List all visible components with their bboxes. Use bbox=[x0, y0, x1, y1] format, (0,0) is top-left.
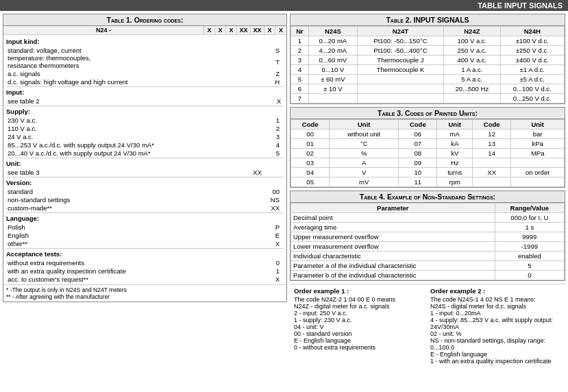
t3h-unit1: Unit bbox=[330, 120, 399, 130]
list-item: 1 - with an extra quality inspection cer… bbox=[430, 358, 561, 365]
ex2-lines: N24S - digital meter for d.c. signals1 -… bbox=[430, 303, 561, 365]
table-cell: Lower measurement overflow bbox=[291, 242, 495, 252]
table-row: 70...250 V d.c. bbox=[291, 94, 565, 103]
table-row: 05mV11rpm bbox=[291, 177, 565, 187]
row-customer-request: acc. to customer's request** X bbox=[6, 275, 284, 283]
table4-body: Decimal point000,0 for I, UAveraging tim… bbox=[291, 213, 565, 280]
table3-header-row: Code Unit Code Unit Code Unit bbox=[291, 120, 565, 130]
ordering-header-row: N24 - X X X XX XX X X bbox=[3, 26, 286, 35]
row-230v: 230 V a.c. 1 bbox=[6, 116, 284, 124]
table-cell: 400 V a.c. bbox=[444, 56, 500, 65]
t4h-range: Range/Value bbox=[495, 204, 564, 213]
section-input: Input: bbox=[6, 88, 284, 96]
page-title: TABLE INPUT SIGNALS bbox=[0, 0, 568, 11]
table-cell bbox=[472, 158, 510, 168]
table-cell: kPa bbox=[511, 139, 565, 149]
table-cell: 14 bbox=[472, 149, 510, 158]
table-cell: 05 bbox=[291, 177, 330, 187]
table-cell: Averaging time bbox=[291, 223, 495, 232]
t2h-n24t: N24T bbox=[357, 27, 443, 36]
table-row: 04V10turnsXXon order bbox=[291, 168, 565, 177]
order-examples: Order example 1 : The code N24Z-2 1 04 0… bbox=[290, 284, 565, 367]
table-cell: 100 V a.c. bbox=[444, 36, 500, 46]
header-xx2: XX bbox=[251, 26, 264, 34]
row-polish: Polish P bbox=[6, 223, 284, 231]
row-dc: d.c. signals: high voltage and high curr… bbox=[6, 77, 284, 86]
table-cell: turns bbox=[437, 168, 473, 177]
header-xx1: XX bbox=[237, 26, 251, 34]
ex1-lines: N24Z - digital meter for a.c. signals2 -… bbox=[294, 303, 425, 351]
table-cell: ±400 V d.c. bbox=[500, 56, 564, 65]
table-cell bbox=[357, 94, 443, 103]
table-cell: Pt100: -50...400°C bbox=[357, 46, 443, 56]
table-cell: Decimal point bbox=[291, 213, 495, 223]
header-x5: X bbox=[275, 26, 286, 34]
table-cell: XX bbox=[472, 168, 510, 177]
table-cell: °C bbox=[330, 139, 399, 149]
row-85v: 85...253 V a.c./d.c. with supply output … bbox=[6, 140, 284, 149]
list-item: N24Z - digital meter for a.c. signals bbox=[294, 303, 425, 310]
table-cell bbox=[511, 158, 565, 168]
t2h-n24s: N24S bbox=[309, 27, 358, 36]
row-other-lang: other** X bbox=[6, 239, 284, 247]
table-cell: ±5 A d.c. bbox=[500, 75, 564, 84]
table-cell: 0...60 mV bbox=[309, 56, 358, 65]
table-cell: Thermocouple J bbox=[357, 56, 443, 65]
table-cell: V bbox=[330, 168, 399, 177]
header-n24: N24 - bbox=[3, 26, 204, 34]
note2: ** - After agreeing with the manufacture… bbox=[6, 293, 284, 300]
row-no-extra: without extra requirements 0 bbox=[6, 258, 284, 267]
table-cell bbox=[357, 84, 443, 94]
ex2-title: Order example 2 : bbox=[430, 287, 561, 295]
table-row: 6± 10 V20...500 Hz0...100 V d.c. bbox=[291, 84, 565, 94]
table-cell: 9999 bbox=[495, 232, 564, 242]
table-cell: 07 bbox=[399, 139, 437, 149]
table-cell: Parameter a of the individual characteri… bbox=[291, 261, 495, 271]
t2h-n24h: N24H bbox=[500, 27, 564, 36]
table-cell: 1 s bbox=[495, 223, 564, 232]
table-cell: bar bbox=[511, 130, 565, 139]
table-cell: Upper measurement overflow bbox=[291, 232, 495, 242]
table4-title: Table 4. Example of Non-Standard Setting… bbox=[291, 191, 565, 203]
table-cell: 20...500 Hz bbox=[444, 84, 500, 94]
row-standard: standard: voltage, current S bbox=[6, 46, 284, 54]
right-column: Table 2. INPUT SIGNALS Nr N24S N24T N24Z… bbox=[290, 14, 565, 389]
table-cell: enabled bbox=[495, 252, 564, 261]
list-item: 2 - input: 250 V a.c. bbox=[294, 310, 425, 317]
table1-content: Input kind: standard: voltage, current S… bbox=[3, 35, 286, 284]
row-see-table2: see table 2 X bbox=[6, 97, 284, 105]
table-cell: Individual characteristic bbox=[291, 252, 495, 261]
row-custom-v: custom-made** XX bbox=[6, 204, 284, 212]
list-item: NS - non-standard settings, display rang… bbox=[430, 337, 561, 351]
table-row: Decimal point000,0 for I, U bbox=[291, 213, 565, 223]
table-row: 10...20 mAPt100: -50...150°C100 V a.c.±1… bbox=[291, 36, 565, 46]
table4-header-row: Parameter Range/Value bbox=[291, 204, 565, 213]
table-cell: 02 bbox=[291, 149, 330, 158]
list-item: 0 - without extra requirements bbox=[294, 344, 425, 351]
table-row: 40...10 VThermocouple K1 A a.c.±1 A d.c. bbox=[291, 65, 565, 75]
table-row: 30...60 mVThermocouple J400 V a.c.±400 V… bbox=[291, 56, 565, 65]
table-cell: rpm bbox=[437, 177, 473, 187]
list-item: E - English language bbox=[430, 351, 561, 358]
ex1-title: Order example 1 : bbox=[294, 287, 425, 295]
t3h-code2: Code bbox=[399, 120, 437, 130]
table-cell: 0...100 V d.c. bbox=[500, 84, 564, 94]
table-cell: 0...20 mA bbox=[309, 36, 358, 46]
row-temperature: temperature: thermocouples,resistance th… bbox=[6, 54, 284, 69]
list-item: E - English language bbox=[294, 337, 425, 344]
table-cell: mA bbox=[437, 130, 473, 139]
header-x4: X bbox=[264, 26, 275, 34]
table-cell: 5 A a.c. bbox=[444, 75, 500, 84]
table-cell: ±1 A d.c. bbox=[500, 65, 564, 75]
table-cell: -1999 bbox=[495, 242, 564, 252]
table-cell: 10 bbox=[399, 168, 437, 177]
table-row: 24...20 mAPt100: -50...400°C250 V a.c.±2… bbox=[291, 46, 565, 56]
table2-header-row: Nr N24S N24T N24Z N24H bbox=[291, 27, 565, 36]
order-example1: Order example 1 : The code N24Z-2 1 04 0… bbox=[294, 287, 425, 365]
t4h-parameter: Parameter bbox=[291, 204, 495, 213]
table-cell: 04 bbox=[291, 168, 330, 177]
list-item: 04 - unit: V bbox=[294, 323, 425, 330]
table-cell bbox=[444, 94, 500, 103]
table-cell: 5 bbox=[495, 261, 564, 271]
table2-title: Table 2. INPUT SIGNALS bbox=[291, 14, 565, 26]
